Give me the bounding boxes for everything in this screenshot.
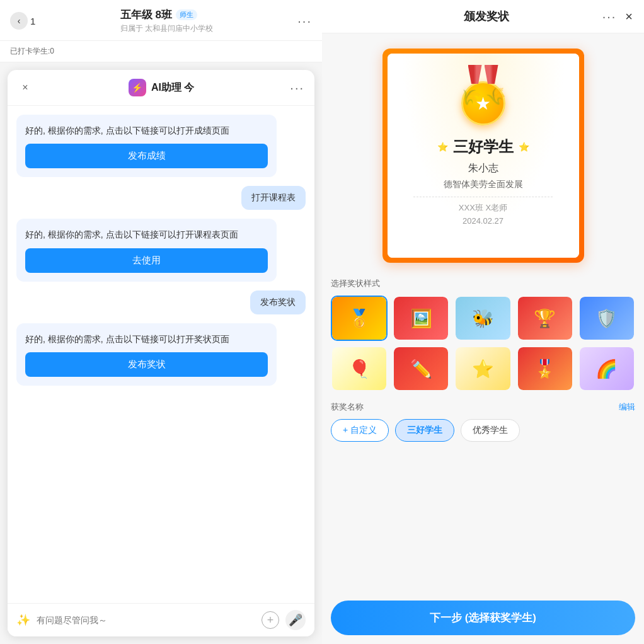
award-page-title: 颁发奖状 (464, 9, 509, 24)
style-grid: 🥇 🖼️ 🐝 🏆 🛡️ 🎈 ✏️ ⭐ (331, 296, 635, 391)
style-item-balloon[interactable]: 🎈 (331, 346, 388, 391)
award-name-section: 获奖名称 编辑 + 自定义 三好学生 优秀学生 (322, 401, 644, 442)
ai-message-2: 好的, 根据你的需求, 点击以下链接可以打开课程表页面 去使用 (16, 219, 277, 281)
award-name-options: + 自定义 三好学生 优秀学生 (331, 419, 635, 442)
attendance-label: 已打卡学生:0 (10, 47, 54, 55)
next-step-button[interactable]: 下一步 (选择获奖学生) (331, 601, 635, 635)
style-item-stars[interactable]: ⭐ (454, 346, 511, 391)
magic-wand-icon: ✨ (16, 613, 30, 627)
ai-header: × ⚡ AI助理 今 ··· (8, 70, 314, 106)
ai-more-button[interactable]: ··· (290, 81, 304, 95)
award-name-edit-button[interactable]: 编辑 (619, 401, 635, 413)
ai-panel: × ⚡ AI助理 今 ··· 好的, 根据你的需求, 点击以下链接可以打开成绩页… (8, 70, 314, 636)
cert-award-name: ⭐ 三好学生 ⭐ (437, 137, 529, 157)
certificate-preview: 🌾 🌾 ★ (382, 49, 584, 263)
publish-grades-button[interactable]: 发布成绩 (25, 144, 268, 168)
ai-message-3: 好的, 根据你的需求, 点击以下链接可以打开奖状页面 发布奖状 (16, 323, 277, 386)
ai-input-field[interactable] (37, 615, 255, 625)
style-item-bee[interactable]: 🐝 (454, 296, 511, 341)
award-header: 颁发奖状 ··· × (322, 0, 644, 33)
cert-date: 2024.02.27 (463, 216, 503, 226)
close-icon: × (22, 82, 28, 93)
ai-chat-content: 好的, 根据你的需求, 点击以下链接可以打开成绩页面 发布成绩 打开课程表 好的… (8, 106, 314, 603)
award-more-button[interactable]: ··· (602, 9, 617, 24)
attendance-strip: 已打卡学生:0 (0, 41, 322, 62)
teacher-badge: 师生 (176, 9, 197, 20)
back-circle: ‹ (10, 12, 28, 30)
ai-logo-icon: ⚡ (129, 79, 146, 96)
style-item-frame[interactable]: 🖼️ (393, 296, 449, 341)
style-item-magic[interactable]: 🌈 (578, 346, 635, 391)
right-panel: 颁发奖状 ··· × 🌾 🌾 (322, 0, 644, 644)
style-item-pencil[interactable]: ✏️ (393, 346, 449, 391)
cert-student-name: 朱小志 (468, 162, 498, 175)
ai-title-row: ⚡ AI助理 今 (129, 79, 194, 96)
ai-title: AI助理 今 (151, 81, 194, 95)
add-button[interactable]: + (262, 611, 279, 629)
ai-close-button[interactable]: × (18, 80, 33, 95)
class-name: 五年级 8班 (120, 8, 172, 22)
back-number: 1 (30, 16, 35, 26)
star-deco-left-icon: ⭐ (437, 142, 448, 152)
cert-class-teacher: XXX班 X老师 (459, 202, 507, 214)
ai-message-text-1: 好的, 根据你的需求, 点击以下链接可以打开成绩页面 (25, 124, 268, 137)
user-message-2: 发布奖状 (250, 290, 306, 314)
style-item-shield[interactable]: 🛡️ (578, 296, 635, 341)
ai-message-1: 好的, 根据你的需求, 点击以下链接可以打开成绩页面 发布成绩 (16, 115, 277, 177)
class-more-button[interactable]: ··· (297, 14, 312, 28)
award-name-header: 获奖名称 编辑 (331, 401, 635, 413)
style-section-label: 选择奖状样式 (331, 278, 635, 289)
ai-message-text-3: 好的, 根据你的需求, 点击以下链接可以打开奖状页面 (25, 332, 268, 346)
style-item-ribbon[interactable]: 🎖️ (517, 346, 573, 391)
award-name-label: 获奖名称 (331, 401, 364, 413)
school-name: 归属于 太和县闫庙中小学校 (120, 23, 213, 34)
mic-button[interactable]: 🎤 (285, 610, 306, 630)
add-custom-award-button[interactable]: + 自定义 (331, 419, 389, 442)
award-header-actions: ··· × (602, 9, 633, 24)
go-use-button[interactable]: 去使用 (25, 248, 268, 273)
left-panel: ‹ 1 五年级 8班 师生 归属于 太和县闫庙中小学校 ··· 已打卡学生:0 … (0, 0, 322, 644)
ai-message-text-2: 好的, 根据你的需求, 点击以下链接可以打开课程表页面 (25, 227, 268, 241)
back-chevron-icon: ‹ (18, 16, 21, 26)
star-deco-right-icon: ⭐ (519, 142, 529, 152)
award-name-three-good-button[interactable]: 三好学生 (395, 419, 454, 442)
style-item-trophy[interactable]: 🏆 (517, 296, 573, 341)
ai-input-bar: ✨ + 🎤 (8, 603, 314, 636)
style-item-medal[interactable]: 🥇 (331, 296, 388, 341)
award-name-excellent-button[interactable]: 优秀学生 (461, 419, 520, 442)
cert-description: 德智体美劳全面发展 (444, 179, 523, 190)
user-message-1: 打开课程表 (241, 186, 306, 210)
style-section: 选择奖状样式 🥇 🖼️ 🐝 🏆 🛡️ 🎈 ✏️ (322, 278, 644, 398)
publish-award-button[interactable]: 发布奖状 (25, 352, 268, 377)
class-header: ‹ 1 五年级 8班 师生 归属于 太和县闫庙中小学校 ··· (0, 0, 322, 41)
award-close-button[interactable]: × (625, 9, 633, 24)
back-button[interactable]: ‹ 1 (10, 12, 35, 30)
